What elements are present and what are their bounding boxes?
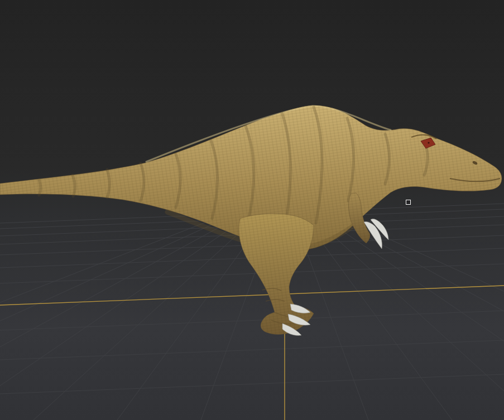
viewport-scene [0, 0, 504, 420]
eye-pupil [428, 142, 429, 143]
selection-marker [406, 200, 411, 205]
dinosaur-model[interactable] [0, 84, 504, 351]
dino-scale-texture [0, 84, 504, 351]
3d-viewport[interactable] [0, 0, 504, 420]
x-axis-line [0, 286, 504, 305]
